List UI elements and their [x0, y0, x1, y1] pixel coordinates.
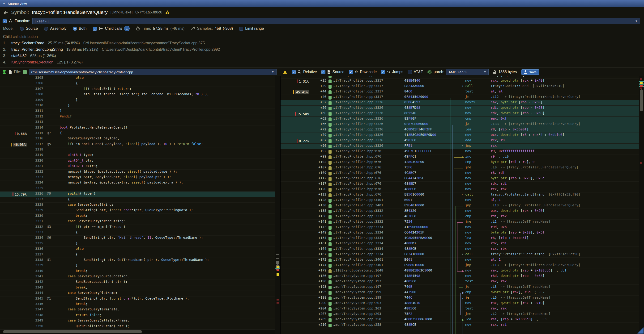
source-row[interactable]: 3316 ServerQueryPacket payload;: [0, 136, 275, 142]
assembly-row[interactable]: 0.22%+87…t\TracyProfiler.cpp:33264903C8a…: [280, 138, 639, 144]
source-row[interactable]: 3328 case ServerQueryString:: [0, 203, 275, 208]
source-row[interactable]: 3323 memcpy( &ptr, &payload.ptr, sizeof(…: [0, 175, 275, 180]
assembly-row[interactable]: +56…t\TracyProfiler.cpp:3326488B7D98movr…: [280, 106, 639, 111]
march-select[interactable]: AMD Zen 3 ▼: [446, 69, 488, 75]
assembly-row[interactable]: +128…t\TracyProfiler.cpp:3401B001moval, …: [280, 198, 639, 203]
file-select[interactable]: C:\Users\wolf\Desktop\darkrl\contrib\tra…: [29, 69, 276, 75]
source-row[interactable]: 3322 memcpy( &type, &payload.type, sizeo…: [0, 169, 275, 175]
source-row[interactable]: 3320 uint64_t ptr;: [0, 159, 275, 164]
assembly-vertical-scrollbar[interactable]: [639, 76, 644, 334]
source-row[interactable]: 3350 QueueCallstackFrame( ptr );: [0, 324, 275, 330]
assembly-row[interactable]: +117…t\TracyProfiler.hpp:676488BD7movrdx…: [280, 182, 639, 187]
assembly-row[interactable]: +52…t\TracyProfiler.cpp:33260FB64597movz…: [280, 100, 639, 106]
source-row[interactable]: 15.79%3326@9 switch( type ): [0, 191, 275, 197]
assembly-row[interactable]: +112…t\TracyProfiler.hpp:676C64424205Emo…: [280, 176, 639, 182]
source-row[interactable]: 3306 {: [0, 81, 275, 87]
assembly-row[interactable]: +31…t\TracyProfiler.cpp:3317488D5597lear…: [280, 76, 639, 79]
assembly-row[interactable]: +149…t\TracyProfiler.cpp:3334C64424205Fm…: [280, 230, 639, 236]
source-row[interactable]: 3347 case ServerQueryTerminate:: [0, 307, 275, 313]
assembly-row[interactable]: +200…mon\TracySystem.cpp:203488B4010movr…: [280, 301, 639, 306]
source-row[interactable]: 3338@1 SendString( ptr, GetThreadName( p…: [0, 258, 275, 263]
assembly-row[interactable]: +92…t\TracyProfiler.hpp:67649C7C1FFFFFFF…: [280, 149, 639, 155]
source-row[interactable]: 3318: [0, 148, 275, 153]
assembly-row[interactable]: 1.31%+35…t\TracyProfiler.cpp:3317488B494…: [280, 79, 639, 84]
att-checkbox[interactable]: [408, 70, 412, 74]
save-button[interactable]: Save: [521, 69, 539, 75]
assembly-row[interactable]: +63…t\TracyProfiler.cpp:332683F80Fcmpeax…: [280, 117, 639, 122]
limit-range-toggle[interactable]: Limit range: [239, 26, 264, 31]
source-row[interactable]: 3307 if( shouldExit ) return;: [0, 87, 275, 92]
source-row[interactable]: 3311}: [0, 109, 275, 114]
resize-grip[interactable]: [638, 328, 644, 334]
mode-option-assembly[interactable]: Assembly: [44, 26, 66, 31]
assembly-row[interactable]: 45.41%+44…t\TracyProfiler.cpp:331784C0te…: [280, 89, 639, 95]
assembly-row[interactable]: +216…mon\TracySystem.cpp:258488BCEmovrcx…: [280, 323, 639, 328]
assembly-row[interactable]: +195…mon\TracySystem.cpp:199443900cmpdwo…: [280, 290, 639, 296]
assembly-row[interactable]: +190…mon\TracySystem.cpp:1974885C0testra…: [280, 279, 639, 285]
assembly-row[interactable]: +161…t\TracyProfiler.cpp:3334488BD7movrd…: [280, 241, 639, 247]
mode-option-source[interactable]: Source: [20, 26, 38, 31]
source-row[interactable]: 3313: [0, 120, 275, 125]
assembly-row[interactable]: +164…t\TracyProfiler.cpp:3334488BCBmovrc…: [280, 247, 639, 252]
titlebar[interactable]: ▼ Source view: [0, 0, 644, 7]
raw-code-toggle[interactable]: ✓ ⚙ Raw code: [349, 70, 377, 74]
source-vertical-scrollbar[interactable]: [275, 76, 280, 334]
source-row[interactable]: 3334@6 SendString( ptr, "Main thread", 1…: [0, 236, 275, 241]
assembly-row[interactable]: +130…t\TracyProfiler.cpp:3401E9E4010000j…: [280, 203, 639, 209]
child-call-item[interactable]: 1.tracy::Socket::Read25.25 ms (54.89%)C:…: [3, 40, 641, 46]
source-row[interactable]: 3325: [0, 186, 275, 191]
relative-toggle[interactable]: ✓ Relative: [292, 70, 317, 74]
function-select[interactable]: [ - self - ] ▼: [32, 18, 640, 24]
assembly-row[interactable]: +209…mon\TracySystem.cpp:258488D35E88610…: [280, 317, 639, 323]
source-row[interactable]: 3342 SendSourceLocation( ptr );: [0, 280, 275, 285]
assembly-row[interactable]: +99…t\TracyProfiler.hpp:67649FFC1incr9 ;…: [280, 155, 639, 160]
source-row[interactable]: 3346 break;: [0, 302, 275, 307]
mode-option-both[interactable]: Both: [73, 26, 87, 31]
assembly-row[interactable]: +46…t\TracyProfiler.cpp:33170F8435020000…: [280, 95, 639, 100]
scrollbar-thumb[interactable]: [640, 89, 643, 111]
assembly-row[interactable]: +172…t\TracyProfiler.cpp:3401B001moval, …: [280, 258, 639, 263]
source-row[interactable]: 3305 else: [0, 76, 275, 81]
source-checkbox[interactable]: ✓: [322, 70, 326, 74]
source-row[interactable]: 3324 memcpy( &extra, &payload.extra, siz…: [0, 180, 275, 186]
source-row[interactable]: 3339 }: [0, 263, 275, 269]
source-row[interactable]: 3343 break;: [0, 285, 275, 291]
source-row[interactable]: 3309 }: [0, 98, 275, 103]
source-row[interactable]: 3332@3 if( ptr == m_mainThread ): [0, 225, 275, 230]
att-toggle[interactable]: AT&T: [408, 70, 423, 74]
source-row[interactable]: 3314bool Profiler::HandleServerQuery(): [0, 126, 275, 131]
limit-range-checkbox[interactable]: [239, 27, 243, 31]
source-row[interactable]: 3310 }: [0, 103, 275, 109]
source-row[interactable]: 3337 {: [0, 252, 275, 258]
assembly-row[interactable]: +141…t\TracyProfiler.cpp:33327524jne.L1 …: [280, 220, 639, 225]
radio-both[interactable]: [73, 27, 77, 31]
collapse-icon[interactable]: ▼: [2, 2, 6, 5]
assembly-row[interactable]: +135…t\TracyProfiler.cpp:33328B4320movea…: [280, 209, 639, 214]
relative-checkbox[interactable]: ✓: [292, 70, 296, 74]
assembly-row[interactable]: +193…mon\TracySystem.cpp:197740Eje.L3 ->…: [280, 285, 639, 290]
source-row[interactable]: 3349 case ServerQueryCallstackFrame:: [0, 319, 275, 324]
assembly-row[interactable]: +102…t\TracyProfiler.hpp:67642803C0F00cm…: [280, 160, 639, 165]
child-calls-checkbox[interactable]: ✓: [93, 27, 97, 31]
collapse-child-calls-button[interactable]: ▲: [124, 26, 130, 31]
source-row[interactable]: 3335 }: [0, 241, 275, 247]
source-row[interactable]: 3330 break;: [0, 214, 275, 219]
source-toggle[interactable]: ✓ Source: [322, 70, 344, 74]
assembly-row[interactable]: 15.50%+60…t\TracyProfiler.cpp:33268B55A0…: [280, 111, 639, 117]
source-row[interactable]: 3348 return false;: [0, 313, 275, 319]
assembly-row[interactable]: +123…t\TracyProfiler.hpp:676E850160000‹c…: [280, 192, 639, 198]
jumps-checkbox[interactable]: ✓: [381, 70, 385, 74]
scrollbar-thumb[interactable]: [3, 330, 142, 333]
assembly-row[interactable]: +39…t\TracyProfiler.cpp:3317E824AA0000‹c…: [280, 84, 639, 89]
function-checkbox[interactable]: ✓: [2, 19, 6, 23]
assembly-row[interactable]: +90…t\TracyProfiler.cpp:3326FFE1‹jmprcx: [280, 144, 639, 149]
assembly-row[interactable]: +207…mon\TracySystem.cpp:20375F2jne.L2 -…: [280, 312, 639, 317]
radio-assembly[interactable]: [44, 27, 48, 31]
assembly-row[interactable]: +174…t\TracyProfiler.cpp:3401E9B8010000j…: [280, 263, 639, 268]
source-row[interactable]: 3341 case ServerQuerySourceLocation:: [0, 274, 275, 280]
child-call-item[interactable]: 3.stat64i32625 μs (1.36%): [3, 53, 641, 59]
radio-source[interactable]: [20, 27, 24, 31]
assembly-row[interactable]: +72…t\TracyProfiler.cpp:33264C8D05F146F2…: [280, 127, 639, 133]
assembly-row[interactable]: +186…mon\TracySystem.cpp:197448B4598movr…: [280, 274, 639, 279]
source-row[interactable]: 3333 {: [0, 230, 275, 236]
